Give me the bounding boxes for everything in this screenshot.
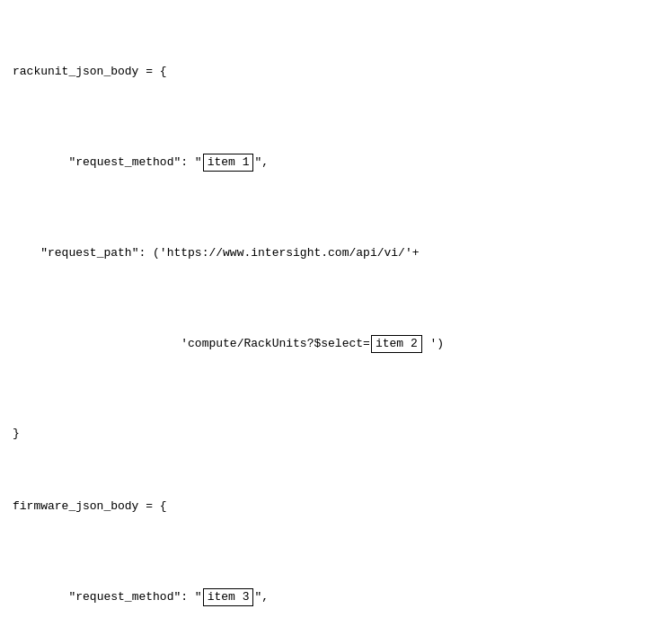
line-4: 'compute/RackUnits?$select=item 2 ') [13, 316, 650, 370]
line-3: "request_path": ('https://www.intersight… [13, 244, 650, 262]
line-7-post: ", [254, 590, 269, 604]
line-2: "request_method": "item 1", [13, 136, 650, 190]
line-2-pre: "request_method": " [40, 155, 201, 169]
line-2-post: ", [254, 155, 269, 169]
item3-box[interactable]: item 3 [203, 588, 254, 606]
line-4-pre: 'compute/RackUnits?$select= [40, 337, 370, 350]
item2-box[interactable]: item 2 [371, 335, 422, 353]
line-5: } [13, 425, 650, 443]
code-block: rackunit_json_body = { "request_method":… [13, 9, 650, 644]
item1-box[interactable]: item 1 [203, 154, 254, 172]
line-4-post: ') [423, 337, 444, 350]
line-7: "request_method": "item 3", [13, 569, 650, 623]
line-7-pre: "request_method": " [40, 590, 201, 604]
line-1: rackunit_json_body = { [13, 63, 650, 81]
line-6: firmware_json_body = { [13, 498, 650, 516]
